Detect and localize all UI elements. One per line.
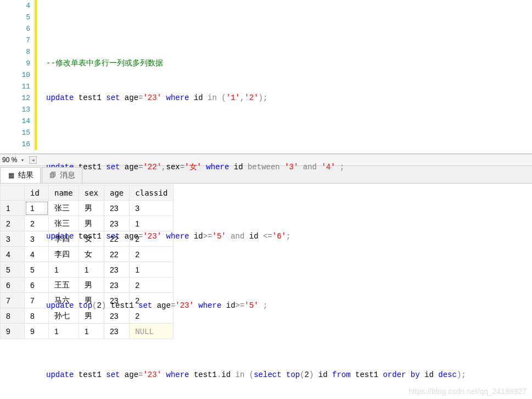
line-number-gutter: 4 5 6 7 8 9 10 11 12 13 14 15 16	[0, 0, 34, 153]
cell-id[interactable]: 7	[25, 293, 49, 308]
tab-messages-label: 消息	[60, 170, 75, 180]
cell-id[interactable]: 9	[25, 324, 49, 339]
cell-id[interactable]: 6	[25, 278, 49, 293]
tab-results[interactable]: ▦ 结果	[0, 167, 41, 183]
zoom-dropdown-icon[interactable]: ▾	[19, 157, 26, 163]
row-number[interactable]: 3	[1, 231, 25, 247]
grid-header-id[interactable]: id	[25, 185, 49, 201]
code-line-11[interactable]	[46, 265, 532, 277]
cell-id[interactable]: 1	[25, 201, 49, 216]
row-number[interactable]: 9	[1, 324, 25, 339]
messages-icon: 🗐	[49, 171, 57, 179]
scroll-left-icon[interactable]: ◂	[29, 156, 37, 164]
row-number[interactable]: 4	[1, 247, 25, 262]
code-line-12[interactable]: update top(2) test1 set age='23' where i…	[46, 300, 532, 312]
code-line-7[interactable]	[46, 127, 532, 138]
row-number[interactable]: 7	[1, 293, 25, 308]
row-number[interactable]: 6	[1, 278, 25, 293]
cell-id[interactable]: 8	[25, 308, 49, 324]
row-number[interactable]: 8	[1, 308, 25, 324]
code-line-14[interactable]: update test1 set age='23' where test1.id…	[46, 369, 532, 381]
code-line-10[interactable]: update test1 set age='23' where id>='5' …	[46, 231, 532, 242]
row-number[interactable]: 1	[1, 201, 25, 216]
code-line-13[interactable]	[46, 335, 532, 346]
cell-id[interactable]: 2	[25, 216, 49, 231]
cell-id[interactable]: 5	[25, 262, 49, 278]
cell-id[interactable]: 3	[25, 231, 49, 247]
tab-messages[interactable]: 🗐 消息	[42, 167, 82, 183]
cell-id[interactable]: 4	[25, 247, 49, 262]
code-content[interactable]: --修改单表中多行一列或多列数据 update test1 set age='2…	[37, 0, 532, 153]
code-line-6[interactable]: update test1 set age='23' where id in ('…	[46, 92, 532, 104]
grid-header-blank	[1, 185, 25, 201]
code-editor[interactable]: 4 5 6 7 8 9 10 11 12 13 14 15 16 --修改单表中…	[0, 0, 532, 154]
zoom-level[interactable]: 90 %	[2, 156, 19, 164]
code-line-8[interactable]: update test1 set age='22',sex='女' where …	[46, 162, 532, 173]
code-line-9[interactable]	[46, 196, 532, 208]
results-grid-icon: ▦	[7, 171, 15, 179]
row-number[interactable]: 5	[1, 262, 25, 278]
code-line-5[interactable]: --修改单表中多行一列或多列数据	[46, 58, 532, 69]
code-line-4[interactable]	[46, 23, 532, 35]
row-number[interactable]: 2	[1, 216, 25, 231]
tab-results-label: 结果	[18, 170, 33, 180]
